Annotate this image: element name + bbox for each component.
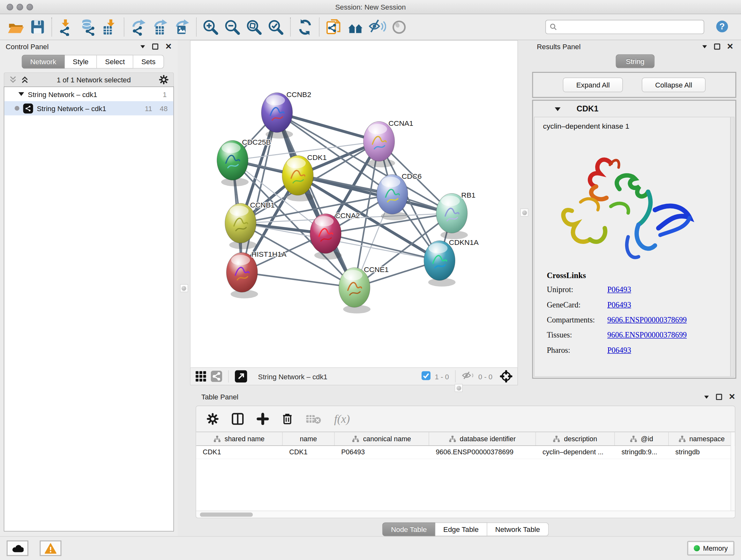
column-header-shared-name[interactable]: shared name [196, 432, 283, 445]
import-database-button[interactable] [77, 16, 98, 38]
column-header-canonical-name[interactable]: canonical name [334, 432, 429, 445]
splitter-handle[interactable] [180, 284, 188, 292]
crosslink-value-link[interactable]: P06493 [607, 300, 631, 310]
table-cell[interactable]: stringdb:9... [615, 446, 669, 458]
zoom-out-button[interactable] [222, 16, 244, 38]
node-HIST1H1A[interactable] [226, 253, 258, 299]
table-cell[interactable]: cyclin–dependent ... [536, 446, 615, 458]
minimize-window-button[interactable] [17, 4, 23, 10]
results-panel-float-button[interactable] [714, 44, 720, 50]
function-builder-button[interactable]: f(x) [334, 413, 350, 425]
view-mode-button[interactable] [211, 371, 222, 382]
search-input[interactable] [560, 23, 700, 31]
network-canvas[interactable]: CCNB2CCNA1CDC25BCDK1CDC6RB1CCNB1CCNA2CDK… [190, 40, 518, 368]
column-header-namespace[interactable]: namespace [669, 432, 735, 445]
warnings-button[interactable] [40, 541, 61, 556]
node-CDC25B[interactable] [217, 140, 249, 186]
crosslink-value-link[interactable]: P06493 [607, 346, 631, 355]
collection-expand-icon[interactable] [18, 92, 24, 96]
control-panel-float-button[interactable] [152, 44, 158, 50]
horizontal-splitter[interactable] [190, 385, 741, 390]
expand-all-button[interactable]: Expand All [563, 78, 623, 92]
import-table-button[interactable] [99, 16, 121, 38]
column-header-@id[interactable]: @id [615, 432, 669, 445]
node-RB1[interactable] [436, 193, 468, 240]
first-neighbors-button[interactable] [345, 16, 366, 38]
tab-style[interactable]: Style [65, 55, 97, 69]
show-columns-button[interactable] [231, 412, 244, 425]
preview-button[interactable] [388, 16, 410, 38]
import-network-button[interactable] [55, 16, 77, 38]
tab-select[interactable]: Select [97, 55, 133, 69]
open-session-button[interactable] [5, 16, 26, 38]
save-session-button[interactable] [26, 16, 48, 38]
tab-string[interactable]: String [616, 54, 654, 68]
zoom-fit-button[interactable] [244, 16, 265, 38]
table-panel-menu-button[interactable] [704, 395, 710, 399]
crosslink-value-link[interactable]: 9606.ENSP00000378699 [607, 330, 687, 340]
add-column-button[interactable] [257, 413, 269, 425]
crosslink-value-link[interactable]: P06493 [607, 285, 631, 295]
node-CCNB2[interactable] [261, 92, 293, 138]
table-panel-float-button[interactable] [716, 394, 722, 400]
close-window-button[interactable] [7, 4, 13, 10]
tab-sets[interactable]: Sets [133, 55, 164, 69]
left-splitter[interactable] [178, 40, 190, 536]
hide-selected-button[interactable] [366, 16, 388, 38]
node-CDC6[interactable] [377, 174, 408, 220]
section-expand-icon[interactable] [555, 107, 561, 111]
table-horizontal-scrollbar[interactable] [196, 510, 735, 517]
tab-network-table[interactable]: Network Table [487, 522, 549, 536]
crosslink-value-link[interactable]: 9606.ENSP00000378699 [607, 315, 687, 325]
table-options-button[interactable] [206, 413, 219, 425]
gene-section-header[interactable]: CDK1 [534, 102, 734, 117]
tab-node-table[interactable]: Node Table [383, 522, 435, 536]
tab-network[interactable]: Network [22, 55, 65, 69]
copy-network-button[interactable] [323, 16, 344, 38]
selected-checkbox[interactable] [421, 371, 430, 382]
collapse-all-button[interactable]: Collapse All [642, 78, 705, 92]
table-cell[interactable]: 9606.ENSP00000378699 [429, 446, 536, 458]
delete-column-button[interactable] [281, 412, 293, 425]
detach-view-button[interactable] [235, 370, 247, 383]
control-panel-menu-button[interactable] [140, 45, 146, 49]
results-panel-close-button[interactable]: ✕ [727, 44, 733, 50]
delete-table-button[interactable] [306, 414, 322, 424]
table-panel-close-button[interactable]: ✕ [729, 394, 735, 400]
search-box[interactable] [545, 20, 704, 34]
refresh-layout-button[interactable] [294, 16, 316, 38]
export-network-button[interactable] [128, 16, 149, 38]
results-scrollbar[interactable] [730, 117, 734, 376]
network-row-selected[interactable]: String Network – cdk1 11 48 [4, 101, 173, 115]
column-header-description[interactable]: description [536, 432, 615, 445]
column-header-database-identifier[interactable]: database identifier [429, 432, 536, 445]
control-panel-close-button[interactable]: ✕ [165, 44, 172, 50]
table-cell[interactable]: P06493 [334, 446, 429, 458]
table-vertical-scrollbar[interactable] [731, 432, 735, 511]
export-table-button[interactable] [149, 16, 171, 38]
tab-edge-table[interactable]: Edge Table [435, 522, 487, 536]
node-CCNB1[interactable] [225, 203, 257, 249]
zoom-selected-button[interactable] [265, 16, 287, 38]
results-panel-menu-button[interactable] [702, 45, 708, 49]
network-options-button[interactable] [158, 75, 169, 84]
expand-all-networks-button[interactable] [21, 76, 29, 84]
zoom-window-button[interactable] [26, 4, 33, 10]
network-collection-row[interactable]: String Network – cdk1 1 [4, 87, 173, 101]
scrollbar-thumb[interactable] [200, 512, 253, 516]
splitter-handle[interactable] [520, 208, 528, 216]
memory-button[interactable]: Memory [687, 541, 735, 556]
export-image-button[interactable] [171, 16, 193, 38]
node-CDKN1A[interactable] [424, 241, 455, 287]
node-CCNE1[interactable] [339, 267, 370, 314]
splitter-handle[interactable] [455, 384, 463, 392]
edge-CCNB2-CCNE1[interactable] [277, 112, 354, 287]
edge-HIST1H1A-CCNE1[interactable] [242, 272, 354, 287]
node-CCNA2[interactable] [310, 213, 341, 260]
table-cell[interactable]: CDK1 [283, 446, 335, 458]
column-header-name[interactable]: name [283, 432, 335, 445]
table-cell[interactable]: stringdb [669, 446, 735, 458]
node-table[interactable]: shared namenamecanonical namedatabase id… [196, 432, 735, 518]
hidden-toggle[interactable] [462, 371, 474, 382]
show-grid-button[interactable] [195, 371, 207, 382]
